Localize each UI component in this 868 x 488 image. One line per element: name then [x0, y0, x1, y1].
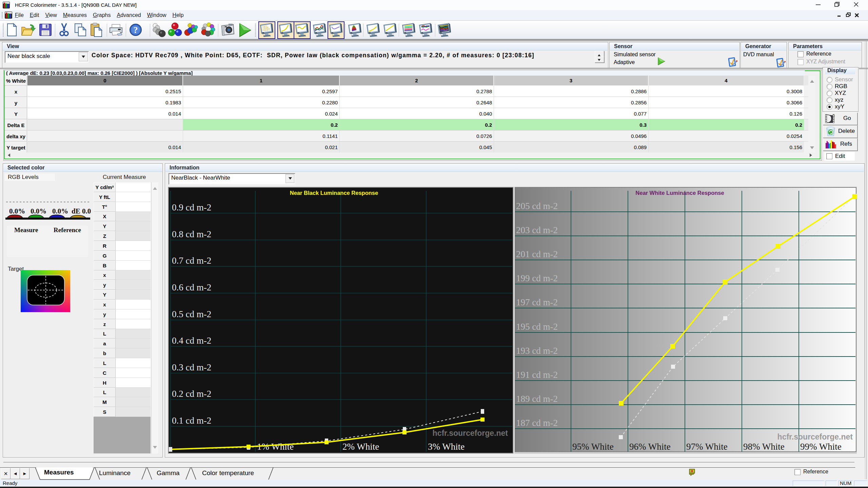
svg-text:2% White: 2% White [342, 442, 379, 452]
svg-text:0.4 cd m-2: 0.4 cd m-2 [172, 336, 211, 346]
svg-text:0.0%: 0.0% [9, 207, 25, 215]
svg-text:1% White: 1% White [257, 442, 294, 452]
svg-text:Near White Luminance Response: Near White Luminance Response [635, 190, 724, 196]
svg-text:hcfr.sourceforge.net: hcfr.sourceforge.net [777, 432, 853, 441]
svg-text:0.9 cd m-2: 0.9 cd m-2 [172, 202, 211, 212]
svg-text:0.8 cd m-2: 0.8 cd m-2 [172, 229, 211, 239]
svg-text:193 cd m-2: 193 cd m-2 [516, 346, 558, 356]
svg-text:0.2 cd m-2: 0.2 cd m-2 [172, 389, 211, 399]
svg-text:191 cd m-2: 191 cd m-2 [516, 370, 558, 380]
svg-text:197 cd m-2: 197 cd m-2 [516, 297, 558, 307]
svg-text:96% White: 96% White [629, 442, 671, 452]
svg-text:0.0%: 0.0% [52, 207, 68, 215]
svg-text:Near Black Luminance Response: Near Black Luminance Response [290, 190, 378, 196]
svg-text:195 cd m-2: 195 cd m-2 [516, 322, 558, 332]
svg-text:187 cd m-2: 187 cd m-2 [516, 418, 558, 428]
svg-text:98% White: 98% White [743, 442, 785, 452]
svg-text:0.3 cd m-2: 0.3 cd m-2 [172, 362, 211, 372]
svg-text:0.6 cd m-2: 0.6 cd m-2 [172, 282, 211, 292]
svg-text:0.7 cd m-2: 0.7 cd m-2 [172, 256, 211, 266]
svg-text:95% White: 95% White [572, 442, 614, 452]
svg-text:203 cd m-2: 203 cd m-2 [516, 225, 558, 235]
svg-text:?: ? [134, 25, 138, 35]
svg-text:3% White: 3% White [428, 442, 465, 452]
svg-text:199 cd m-2: 199 cd m-2 [516, 273, 558, 283]
svg-text:0.5 cd m-2: 0.5 cd m-2 [172, 309, 211, 319]
svg-text:189 cd m-2: 189 cd m-2 [516, 394, 558, 404]
svg-text:97% White: 97% White [686, 442, 728, 452]
svg-text:hcfr.sourceforge.net: hcfr.sourceforge.net [433, 429, 508, 438]
svg-text:99% White: 99% White [800, 442, 842, 452]
svg-text:0.1 cd m-2: 0.1 cd m-2 [172, 415, 211, 426]
svg-text:205 cd m-2: 205 cd m-2 [516, 201, 558, 211]
svg-text:dE 0.0: dE 0.0 [72, 207, 91, 215]
svg-text:0.0%: 0.0% [31, 207, 46, 215]
svg-text:201 cd m-2: 201 cd m-2 [516, 249, 558, 259]
